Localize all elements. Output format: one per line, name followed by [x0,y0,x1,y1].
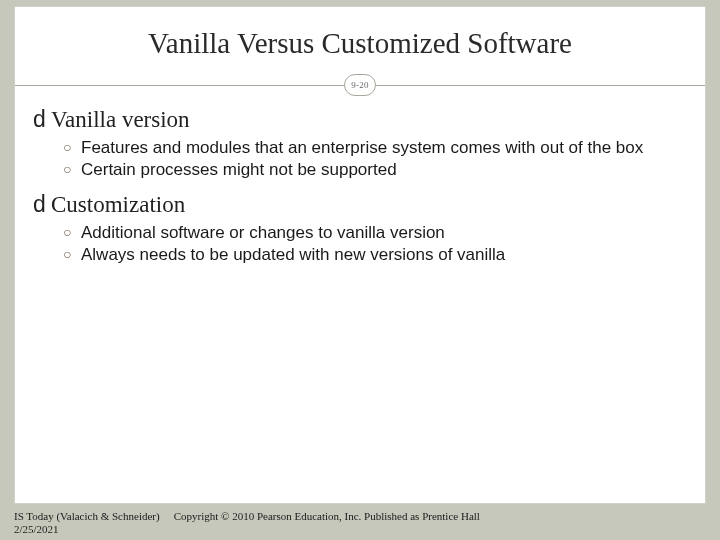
section-heading-vanilla: dVanilla version [33,106,687,133]
list-item: Always needs to be updated with new vers… [63,244,687,265]
open-circle-icon [63,159,81,180]
section-heading-text: Vanilla version [51,107,190,132]
footer-date: 2/25/2021 [14,523,480,536]
sub-list: Additional software or changes to vanill… [63,222,687,266]
section-heading-customization: dCustomization [33,191,687,218]
list-item-text: Features and modules that an enterprise … [81,137,643,158]
footer-copyright: Copyright © 2010 Pearson Education, Inc.… [174,510,480,522]
open-circle-icon [63,137,81,158]
list-item-text: Always needs to be updated with new vers… [81,244,505,265]
section-heading-text: Customization [51,192,185,217]
content-area: dVanilla version Features and modules th… [15,98,705,265]
bullet-icon: d [33,106,51,133]
page-number-badge: 9-20 [344,74,376,96]
list-item: Features and modules that an enterprise … [63,137,687,158]
list-item-text: Certain processes might not be supported [81,159,397,180]
list-item-text: Additional software or changes to vanill… [81,222,445,243]
list-item: Certain processes might not be supported [63,159,687,180]
slide-footer: IS Today (Valacich & Schneider)Copyright… [14,510,480,536]
list-item: Additional software or changes to vanill… [63,222,687,243]
footer-source: IS Today (Valacich & Schneider) [14,510,160,522]
title-rule: 9-20 [15,74,705,98]
sub-list: Features and modules that an enterprise … [63,137,687,181]
slide: Vanilla Versus Customized Software 9-20 … [14,6,706,504]
open-circle-icon [63,222,81,243]
open-circle-icon [63,244,81,265]
bullet-icon: d [33,191,51,218]
slide-title: Vanilla Versus Customized Software [15,7,705,60]
